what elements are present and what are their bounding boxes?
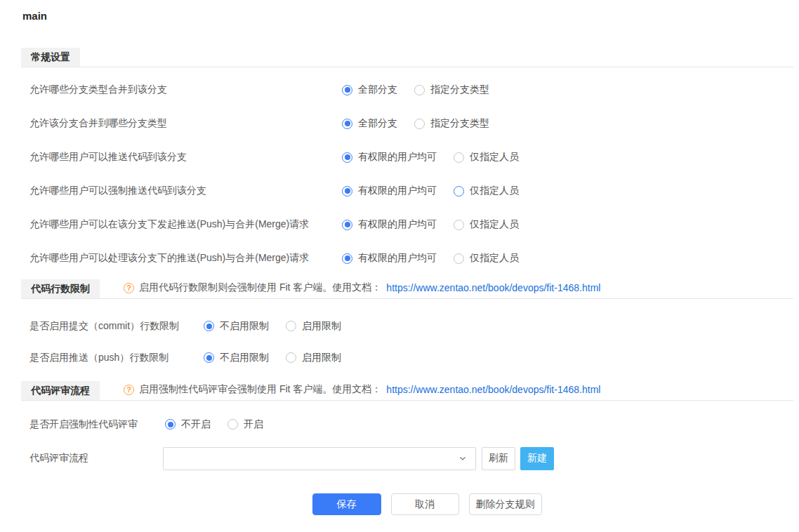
radio-icon[interactable] bbox=[342, 220, 352, 230]
radio-group: 不开启 开启 bbox=[165, 418, 263, 431]
radio-option[interactable]: 有权限的用户均可 bbox=[342, 252, 437, 265]
radio-option[interactable]: 指定分支类型 bbox=[414, 117, 489, 130]
line-limit-rows: 是否启用提交（commit）行数限制 不启用限制 启用限制 是否启用推送（pus… bbox=[21, 310, 793, 373]
radio-label: 有权限的用户均可 bbox=[358, 151, 437, 164]
setting-row-push-limit: 是否启用推送（push）行数限制 不启用限制 启用限制 bbox=[21, 342, 793, 373]
radio-label: 仅指定人员 bbox=[470, 151, 519, 164]
cancel-button[interactable]: 取消 bbox=[391, 493, 459, 515]
radio-option[interactable]: 全部分支 bbox=[342, 117, 397, 130]
radio-group: 全部分支 指定分支类型 bbox=[342, 117, 489, 130]
radio-label: 有权限的用户均可 bbox=[358, 252, 437, 265]
radio-option[interactable]: 不开启 bbox=[165, 418, 211, 431]
setting-label: 允许哪些用户可以处理该分支下的推送(Push)与合并(Merge)请求 bbox=[29, 252, 342, 265]
radio-option[interactable]: 有权限的用户均可 bbox=[342, 185, 437, 197]
code-review-help: ? 启用强制性代码评审会强制使用 Fit 客户端。使用文档： https://w… bbox=[124, 383, 600, 400]
radio-label: 启用限制 bbox=[302, 320, 341, 333]
setting-row-force-review: 是否开启强制性代码评审 不开启 开启 bbox=[21, 408, 793, 440]
section-general-header: 常规设置 bbox=[21, 48, 793, 67]
radio-group: 有权限的用户均可 仅指定人员 bbox=[342, 185, 519, 197]
radio-icon[interactable] bbox=[204, 352, 214, 363]
radio-option[interactable]: 启用限制 bbox=[286, 320, 341, 333]
doc-link[interactable]: https://www.zentao.net/book/devops/fit-1… bbox=[386, 282, 600, 293]
tab-line-limit[interactable]: 代码行数限制 bbox=[21, 279, 100, 298]
radio-option[interactable]: 仅指定人员 bbox=[454, 252, 519, 265]
help-text: 启用代码行数限制则会强制使用 Fit 客户端。使用文档： bbox=[139, 281, 381, 294]
radio-label: 不开启 bbox=[181, 418, 211, 431]
section-line-limit-header: 代码行数限制 ? 启用代码行数限制则会强制使用 Fit 客户端。使用文档： ht… bbox=[21, 279, 793, 299]
radio-label: 有权限的用户均可 bbox=[358, 218, 437, 231]
radio-label: 开启 bbox=[244, 418, 263, 431]
radio-label: 全部分支 bbox=[358, 117, 397, 130]
radio-icon[interactable] bbox=[204, 321, 214, 331]
setting-label: 允许哪些分支类型合并到该分支 bbox=[29, 84, 342, 96]
section-code-review-header: 代码评审流程 ? 启用强制性代码评审会强制使用 Fit 客户端。使用文档： ht… bbox=[21, 381, 793, 401]
question-circle-icon[interactable]: ? bbox=[124, 385, 134, 395]
question-circle-icon[interactable]: ? bbox=[124, 283, 134, 293]
radio-option[interactable]: 仅指定人员 bbox=[454, 185, 519, 197]
radio-icon[interactable] bbox=[414, 85, 425, 95]
doc-link[interactable]: https://www.zentao.net/book/devops/fit-1… bbox=[386, 384, 600, 395]
radio-option[interactable]: 启用限制 bbox=[286, 352, 341, 364]
radio-icon[interactable] bbox=[342, 152, 352, 163]
radio-group: 不启用限制 启用限制 bbox=[204, 352, 341, 364]
create-button[interactable]: 新建 bbox=[520, 447, 554, 470]
radio-option[interactable]: 有权限的用户均可 bbox=[342, 218, 437, 231]
radio-option[interactable]: 不启用限制 bbox=[204, 320, 269, 333]
radio-group: 有权限的用户均可 仅指定人员 bbox=[342, 218, 519, 231]
radio-label: 不启用限制 bbox=[220, 320, 269, 333]
setting-row-commit-limit: 是否启用提交（commit）行数限制 不启用限制 启用限制 bbox=[21, 310, 793, 342]
radio-icon[interactable] bbox=[227, 419, 238, 430]
setting-row-merge-to: 允许该分支合并到哪些分支类型 全部分支 指定分支类型 bbox=[21, 107, 793, 140]
setting-label: 是否启用推送（push）行数限制 bbox=[29, 352, 204, 364]
radio-icon[interactable] bbox=[165, 419, 176, 430]
delete-branch-rule-button[interactable]: 删除分支规则 bbox=[469, 493, 542, 515]
setting-label: 是否启用提交（commit）行数限制 bbox=[29, 320, 204, 333]
radio-icon[interactable] bbox=[454, 186, 464, 197]
radio-group: 全部分支 指定分支类型 bbox=[342, 84, 489, 96]
tab-general-settings[interactable]: 常规设置 bbox=[21, 48, 80, 67]
radio-group: 有权限的用户均可 仅指定人员 bbox=[342, 151, 519, 164]
setting-label: 是否开启强制性代码评审 bbox=[29, 418, 165, 431]
branch-settings-page: main 常规设置 允许哪些分支类型合并到该分支 全部分支 指定分支类型 允许该… bbox=[0, 0, 799, 515]
radio-label: 全部分支 bbox=[358, 84, 397, 96]
radio-icon[interactable] bbox=[342, 119, 352, 129]
setting-row-create-requests: 允许哪些用户可以在该分支下发起推送(Push)与合并(Merge)请求 有权限的… bbox=[21, 208, 793, 241]
refresh-button[interactable]: 刷新 bbox=[482, 447, 515, 470]
radio-option[interactable]: 仅指定人员 bbox=[454, 218, 519, 231]
radio-option[interactable]: 全部分支 bbox=[342, 84, 397, 96]
radio-label: 仅指定人员 bbox=[470, 185, 519, 197]
review-flow-select[interactable] bbox=[163, 447, 476, 470]
radio-option[interactable]: 不启用限制 bbox=[204, 352, 269, 364]
radio-label: 有权限的用户均可 bbox=[358, 185, 437, 197]
setting-label: 允许哪些用户可以在该分支下发起推送(Push)与合并(Merge)请求 bbox=[29, 218, 342, 231]
radio-option[interactable]: 仅指定人员 bbox=[454, 151, 519, 164]
radio-icon[interactable] bbox=[454, 152, 464, 163]
tab-code-review[interactable]: 代码评审流程 bbox=[21, 381, 100, 400]
setting-label: 代码评审流程 bbox=[29, 452, 163, 465]
radio-icon[interactable] bbox=[342, 186, 352, 197]
radio-label: 指定分支类型 bbox=[430, 117, 489, 130]
page-title: main bbox=[21, 0, 793, 25]
radio-icon[interactable] bbox=[454, 253, 464, 264]
radio-icon[interactable] bbox=[414, 119, 425, 129]
help-text: 启用强制性代码评审会强制使用 Fit 客户端。使用文档： bbox=[139, 383, 381, 396]
general-settings-rows: 允许哪些分支类型合并到该分支 全部分支 指定分支类型 允许该分支合并到哪些分支类… bbox=[21, 73, 793, 275]
radio-option[interactable]: 指定分支类型 bbox=[414, 84, 489, 96]
setting-row-handle-requests: 允许哪些用户可以处理该分支下的推送(Push)与合并(Merge)请求 有权限的… bbox=[21, 241, 793, 275]
radio-icon[interactable] bbox=[286, 352, 296, 363]
radio-label: 不启用限制 bbox=[220, 352, 269, 364]
radio-label: 仅指定人员 bbox=[470, 252, 519, 265]
radio-icon[interactable] bbox=[286, 321, 296, 331]
setting-row-merge-into: 允许哪些分支类型合并到该分支 全部分支 指定分支类型 bbox=[21, 73, 793, 107]
setting-label: 允许哪些用户可以强制推送代码到该分支 bbox=[29, 185, 342, 197]
radio-icon[interactable] bbox=[342, 85, 352, 95]
setting-label: 允许该分支合并到哪些分支类型 bbox=[29, 117, 342, 130]
save-button[interactable]: 保存 bbox=[312, 493, 381, 515]
radio-option[interactable]: 开启 bbox=[227, 418, 263, 431]
radio-icon[interactable] bbox=[342, 253, 352, 264]
radio-icon[interactable] bbox=[454, 220, 464, 230]
radio-label: 启用限制 bbox=[302, 352, 341, 364]
radio-group: 有权限的用户均可 仅指定人员 bbox=[342, 252, 519, 265]
chevron-down-icon bbox=[458, 454, 467, 463]
radio-option[interactable]: 有权限的用户均可 bbox=[342, 151, 437, 164]
